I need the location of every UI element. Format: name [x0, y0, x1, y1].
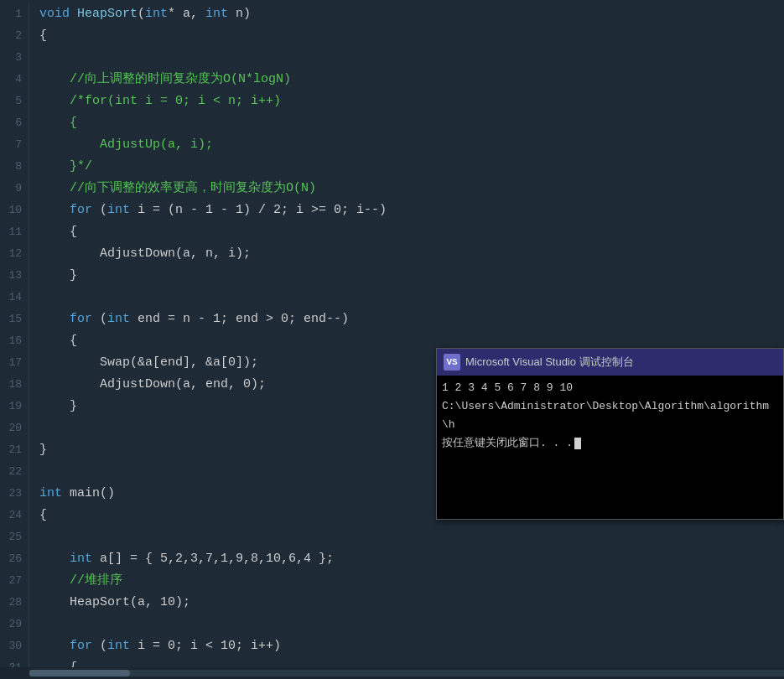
line-content: for (int i = 0; i < 10; i++)	[29, 635, 281, 657]
line-content: for (int i = (n - 1 - 1) / 2; i >= 0; i-…	[29, 200, 387, 221]
code-line: 15 for (int end = n - 1; end > 0; end--)	[0, 308, 784, 330]
line-content: }*/	[29, 156, 92, 178]
line-content: AdjustUp(a, i);	[29, 134, 213, 156]
line-content: {	[29, 330, 77, 352]
line-number: 2	[0, 25, 29, 47]
code-line: 27 //堆排序	[0, 570, 784, 592]
line-content: int a[] = { 5,2,3,7,1,9,8,10,6,4 };	[29, 548, 334, 570]
code-line: 8 }*/	[0, 156, 784, 178]
debug-title: Microsoft Visual Studio 调试控制台	[465, 355, 634, 370]
line-number: 29	[0, 614, 29, 635]
code-line: 29	[0, 614, 784, 635]
code-line: 13 }	[0, 265, 784, 287]
line-content	[29, 417, 47, 439]
line-content: //向下调整的效率更高，时间复杂度为O(N)	[29, 178, 316, 200]
line-number: 4	[0, 69, 29, 91]
debug-output-path: C:\Users\Administrator\Desktop\Algorithm…	[442, 397, 778, 434]
line-number: 12	[0, 243, 29, 265]
line-content	[29, 526, 47, 548]
code-line: 1void HeapSort(int* a, int n)	[0, 3, 784, 25]
code-lines: 1void HeapSort(int* a, int n)2{3 4 //向上调…	[0, 0, 784, 679]
line-number: 20	[0, 417, 29, 439]
line-number: 6	[0, 112, 29, 134]
code-line: 14	[0, 287, 784, 308]
line-number: 18	[0, 374, 29, 396]
line-content: AdjustDown(a, n, i);	[29, 243, 251, 265]
line-content: }	[29, 265, 77, 287]
line-content	[29, 461, 47, 483]
line-content: HeapSort(a, 10);	[29, 592, 190, 614]
code-line: 28 HeapSort(a, 10);	[0, 592, 784, 614]
line-number: 28	[0, 592, 29, 614]
line-content: void HeapSort(int* a, int n)	[29, 3, 251, 25]
line-content: {	[29, 112, 77, 134]
line-content	[29, 614, 47, 635]
line-number: 27	[0, 570, 29, 592]
line-number: 3	[0, 47, 29, 69]
line-content: AdjustDown(a, end, 0);	[29, 374, 266, 396]
debug-output-prompt: 按任意键关闭此窗口. . .	[442, 434, 778, 453]
debug-titlebar: VS Microsoft Visual Studio 调试控制台	[437, 349, 783, 376]
code-line: 4 //向上调整的时间复杂度为O(N*logN)	[0, 69, 784, 91]
code-line: 7 AdjustUp(a, i);	[0, 134, 784, 156]
line-content: }	[29, 439, 47, 461]
line-number: 30	[0, 635, 29, 657]
line-number: 17	[0, 352, 29, 374]
code-line: 9 //向下调整的效率更高，时间复杂度为O(N)	[0, 178, 784, 200]
code-line: 26 int a[] = { 5,2,3,7,1,9,8,10,6,4 };	[0, 548, 784, 570]
line-number: 7	[0, 134, 29, 156]
line-content: {	[29, 25, 47, 47]
code-line: 5 /*for(int i = 0; i < n; i++)	[0, 91, 784, 112]
line-number: 14	[0, 287, 29, 308]
code-line: 10 for (int i = (n - 1 - 1) / 2; i >= 0;…	[0, 200, 784, 221]
code-line: 3	[0, 47, 784, 69]
code-line: 6 {	[0, 112, 784, 134]
code-line: 11 {	[0, 221, 784, 243]
line-content	[29, 47, 47, 69]
code-line: 2{	[0, 25, 784, 47]
line-number: 16	[0, 330, 29, 352]
debug-output-numbers: 1 2 3 4 5 6 7 8 9 10	[442, 379, 778, 397]
line-content: //向上调整的时间复杂度为O(N*logN)	[29, 69, 291, 91]
debug-console-window: VS Microsoft Visual Studio 调试控制台 1 2 3 4…	[436, 348, 784, 520]
line-content	[29, 287, 47, 308]
horizontal-scrollbar[interactable]	[0, 667, 784, 679]
code-line: 30 for (int i = 0; i < 10; i++)	[0, 635, 784, 657]
line-content: int main()	[29, 483, 115, 505]
line-number: 10	[0, 200, 29, 221]
code-line: 25	[0, 526, 784, 548]
line-content: {	[29, 505, 47, 526]
line-content: for (int end = n - 1; end > 0; end--)	[29, 308, 349, 330]
code-line: 12 AdjustDown(a, n, i);	[0, 243, 784, 265]
line-number: 25	[0, 526, 29, 548]
line-number: 9	[0, 178, 29, 200]
line-number: 19	[0, 396, 29, 417]
line-content: //堆排序	[29, 570, 122, 592]
line-number: 1	[0, 3, 29, 25]
line-content: {	[29, 221, 77, 243]
vs-icon: VS	[444, 354, 460, 371]
line-number: 23	[0, 483, 29, 505]
debug-body: 1 2 3 4 5 6 7 8 9 10 C:\Users\Administra…	[437, 376, 783, 456]
line-content: Swap(&a[end], &a[0]);	[29, 352, 258, 374]
line-content: /*for(int i = 0; i < n; i++)	[29, 91, 281, 112]
line-number: 24	[0, 505, 29, 526]
line-number: 15	[0, 308, 29, 330]
line-number: 26	[0, 548, 29, 570]
line-number: 21	[0, 439, 29, 461]
line-number: 22	[0, 461, 29, 483]
line-number: 13	[0, 265, 29, 287]
code-editor: 1void HeapSort(int* a, int n)2{3 4 //向上调…	[0, 0, 784, 679]
line-number: 5	[0, 91, 29, 112]
line-number: 8	[0, 156, 29, 178]
line-content: }	[29, 396, 77, 417]
line-number: 11	[0, 221, 29, 243]
